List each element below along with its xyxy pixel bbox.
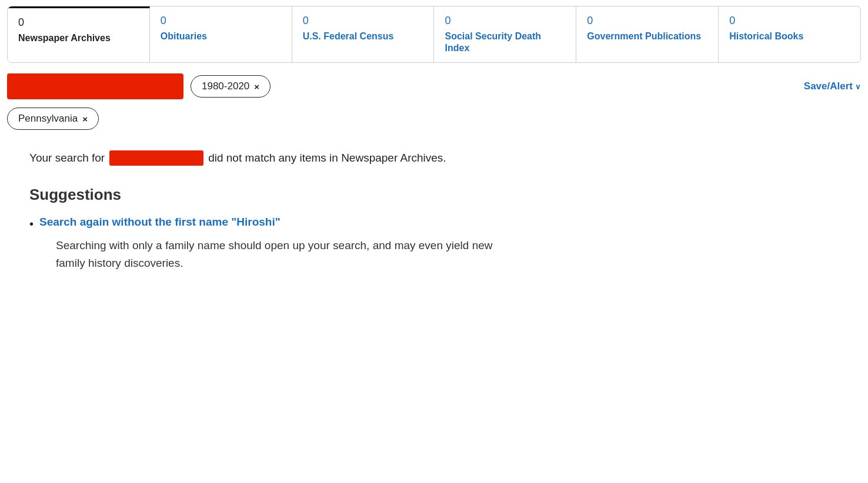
tab-count-historical-books: 0: [729, 15, 850, 27]
date-range-value: 1980-2020: [202, 80, 249, 92]
location-close-icon[interactable]: ×: [82, 114, 88, 124]
save-alert-label: Save/Alert: [804, 80, 853, 92]
tab-us-federal-census[interactable]: 0 U.S. Federal Census: [292, 6, 435, 62]
filter-row-location: Pennsylvania ×: [7, 108, 861, 130]
tab-count-social-security-death-index: 0: [445, 15, 565, 27]
date-range-close-icon[interactable]: ×: [254, 82, 259, 92]
tab-label-government-publications: Government Publications: [587, 31, 701, 41]
save-alert-button[interactable]: Save/Alert ∨: [804, 80, 861, 92]
search-name-redacted: [109, 150, 203, 166]
tab-label-historical-books: Historical Books: [729, 31, 803, 41]
main-content: Your search for did not match any items …: [29, 150, 861, 272]
chevron-down-icon: ∨: [855, 82, 861, 91]
tab-label-us-federal-census: U.S. Federal Census: [303, 31, 394, 41]
location-value: Pennsylvania: [18, 113, 78, 125]
no-results-message: Your search for did not match any items …: [29, 150, 861, 167]
no-results-prefix: Your search for: [29, 150, 105, 167]
suggestions-heading: Suggestions: [29, 186, 861, 204]
no-results-suffix: did not match any items in Newspaper Arc…: [208, 150, 446, 167]
tab-newspaper-archives[interactable]: 0 Newspaper Archives: [8, 6, 150, 62]
tab-count-us-federal-census: 0: [303, 15, 423, 27]
tab-government-publications[interactable]: 0 Government Publications: [576, 6, 719, 62]
tab-label-obituaries: Obituaries: [161, 31, 207, 41]
suggestion-description-0: Searching with only a family name should…: [56, 237, 515, 273]
tab-count-government-publications: 0: [587, 15, 707, 27]
tab-row: 0 Newspaper Archives 0 Obituaries 0 U.S.…: [7, 6, 861, 63]
suggestions-list: • Search again without the first name "H…: [29, 216, 861, 273]
bullet-icon: •: [29, 216, 34, 232]
date-range-filter-pill[interactable]: 1980-2020 ×: [191, 75, 271, 98]
tab-social-security-death-index[interactable]: 0 Social Security Death Index: [434, 6, 576, 62]
filter-row-primary: 1980-2020 × Save/Alert ∨: [7, 73, 861, 99]
suggestion-item-0: • Search again without the first name "H…: [29, 216, 861, 273]
tab-obituaries[interactable]: 0 Obituaries: [150, 6, 292, 62]
suggestion-content-0: Search again without the first name "Hir…: [39, 216, 515, 273]
suggestion-link-0[interactable]: Search again without the first name "Hir…: [39, 216, 281, 228]
tab-label-social-security-death-index: Social Security Death Index: [445, 31, 541, 53]
tab-historical-books[interactable]: 0 Historical Books: [719, 6, 860, 62]
tab-count-newspaper-archives: 0: [18, 16, 139, 29]
tab-count-obituaries: 0: [161, 15, 281, 27]
tab-label-newspaper-archives: Newspaper Archives: [18, 33, 111, 43]
location-filter-pill[interactable]: Pennsylvania ×: [7, 108, 99, 130]
search-term-redacted: [7, 73, 183, 99]
